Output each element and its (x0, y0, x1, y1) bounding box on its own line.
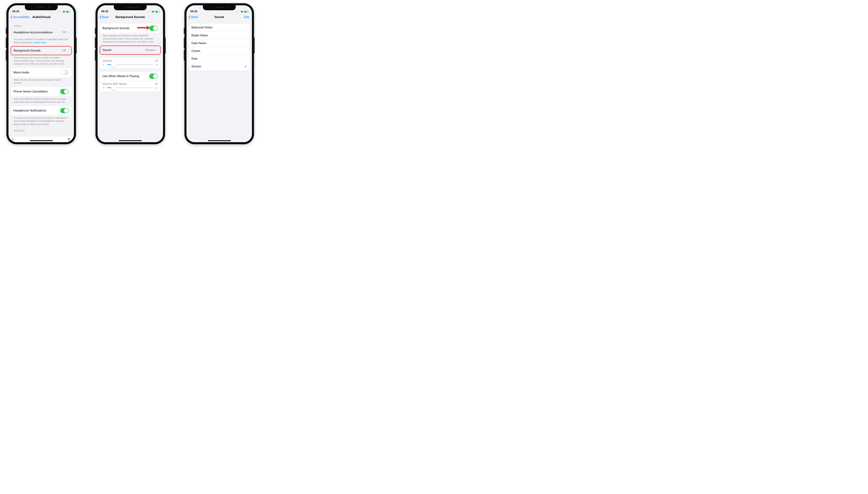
back-label: Accessibility (13, 15, 30, 19)
back-button[interactable]: Back (188, 15, 214, 19)
sound-option-row[interactable]: Ocean (189, 47, 249, 55)
row-headphone-notifications[interactable]: Headphone Notifications (11, 106, 72, 115)
settings-content[interactable]: AUDIO Headphone Accommodations Off You c… (8, 21, 74, 142)
sound-option-row[interactable]: Rain (189, 55, 249, 62)
option-label: Stream (191, 65, 201, 68)
balance-left-label: L (12, 138, 14, 141)
wifi-icon (240, 11, 244, 13)
row-headphone-accommodations[interactable]: Headphone Accommodations Off (11, 28, 72, 37)
switch-use-when-media[interactable] (149, 74, 158, 79)
row-background-sounds[interactable]: Background Sounds Off (11, 46, 71, 55)
row-volume[interactable]: Volume 10 (100, 58, 160, 68)
row-noise-cancellation[interactable]: Phone Noise Cancellation (11, 87, 72, 96)
annotation-arrow (137, 26, 150, 29)
row-value: Off (62, 49, 66, 52)
page-title: Background Sounds (116, 15, 145, 19)
row-label: Background Sounds (14, 49, 41, 52)
home-indicator[interactable] (208, 140, 231, 141)
section-header-audio: AUDIO (11, 21, 72, 28)
battery-charging-icon: ⚡ (244, 11, 248, 13)
footer-note-headphone: You can customise the audio for supporte… (11, 37, 72, 44)
sound-option-row[interactable]: Balanced Noise (189, 24, 249, 32)
checkmark-icon: ✓ (244, 64, 247, 69)
switch-noise-cancellation[interactable] (60, 89, 69, 94)
row-sound[interactable]: Sound Stream (100, 46, 160, 54)
row-use-when-media-playing[interactable]: Use When Media Is Playing (100, 72, 160, 81)
slider-value: 10 (155, 82, 158, 86)
nav-bar: Accessibility Audio/Visual (8, 13, 74, 21)
switch-headphone-notifications[interactable] (60, 108, 69, 113)
page-title: Audio/Visual (32, 15, 51, 19)
settings-content[interactable]: Balanced NoiseBright NoiseDark NoiseOcea… (187, 21, 252, 142)
slider-label: Volume (102, 59, 112, 62)
footer-note-mono: Make the left and right speakers play th… (11, 77, 72, 84)
footer-note-headnotif: To protect your hearing, iPhone sends a … (11, 115, 72, 126)
wifi-icon (152, 11, 155, 13)
sound-options-list: Balanced NoiseBright NoiseDark NoiseOcea… (189, 24, 249, 70)
option-label: Bright Noise (191, 34, 208, 37)
sound-option-row[interactable]: Bright Noise (189, 32, 249, 39)
nav-bar: Back Sound Edit (187, 13, 252, 21)
switch-mono-audio[interactable] (60, 70, 69, 75)
back-button[interactable]: Accessibility (10, 15, 32, 19)
row-value: Stream (145, 48, 155, 52)
volume-slider[interactable] (107, 64, 154, 65)
learn-more-link[interactable]: Learn more… (34, 41, 48, 44)
row-label: Sound (103, 48, 111, 52)
edit-button[interactable]: Edit (224, 15, 250, 19)
battery-charging-icon: ⚡ (66, 11, 70, 13)
row-volume-with-media[interactable]: Volume With Media 10 (100, 81, 160, 91)
back-label: Back (191, 15, 198, 19)
phone-mockup-2: 09:18 ⚡ Back Background Sounds (95, 3, 165, 144)
row-label: Phone Noise Cancellation (14, 90, 48, 93)
footer-note-noise: Noise cancellation reduces ambient noise… (11, 96, 72, 103)
volume-media-slider[interactable] (107, 88, 154, 88)
cellular-dots-icon (147, 12, 150, 12)
speaker-low-icon (102, 63, 105, 66)
highlight-background-sounds: Background Sounds Off (11, 46, 72, 55)
row-background-sounds-toggle[interactable]: Background Sounds (100, 24, 160, 33)
row-label: Headphone Accommodations (14, 31, 53, 34)
battery-charging-icon: ⚡ (155, 11, 159, 13)
balance-bar: L R (8, 136, 74, 142)
row-label: Background Sounds (102, 26, 130, 30)
back-button[interactable]: Back (99, 15, 116, 19)
page-title: Sound (214, 15, 224, 19)
row-label: Mono Audio (14, 71, 29, 74)
nav-bar: Back Background Sounds (98, 13, 163, 21)
status-time: 09:18 (190, 10, 197, 13)
option-label: Dark Noise (191, 41, 206, 45)
switch-background-sounds[interactable] (149, 25, 158, 31)
notch (114, 5, 147, 10)
balance-right-label: R (68, 138, 70, 141)
chevron-back-icon (188, 15, 190, 19)
chevron-back-icon (10, 15, 12, 19)
status-time: 09:18 (12, 10, 19, 13)
settings-content[interactable]: Background Sounds Plays background sound… (98, 21, 163, 142)
home-indicator[interactable] (30, 140, 53, 141)
speaker-low-icon (102, 87, 105, 89)
option-label: Balanced Noise (191, 26, 212, 29)
notch (203, 5, 236, 10)
footer-note-bgsounds: Plays background sounds to mask unwanted… (11, 55, 72, 65)
row-value: Off (62, 31, 66, 34)
speaker-high-icon (155, 87, 158, 89)
section-header-balance: BALANCE (11, 126, 72, 133)
speaker-high-icon (155, 63, 158, 66)
back-label: Back (102, 15, 109, 19)
row-label: Use When Media Is Playing (102, 74, 139, 78)
cellular-dots-icon (58, 12, 61, 12)
option-label: Rain (191, 57, 198, 60)
slider-value: 10 (155, 59, 158, 62)
wifi-icon (62, 11, 65, 13)
row-mono-audio[interactable]: Mono Audio (11, 68, 72, 77)
status-time: 09:18 (101, 10, 108, 13)
option-label: Ocean (191, 49, 200, 53)
sound-option-row[interactable]: Stream✓ (189, 62, 249, 70)
notch (25, 5, 58, 10)
footer-note-toggle: Plays background sounds to mask unwanted… (100, 33, 160, 43)
slider-label: Volume With Media (102, 82, 127, 86)
sound-option-row[interactable]: Dark Noise (189, 39, 249, 47)
home-indicator[interactable] (119, 140, 142, 141)
row-label: Headphone Notifications (14, 109, 46, 112)
